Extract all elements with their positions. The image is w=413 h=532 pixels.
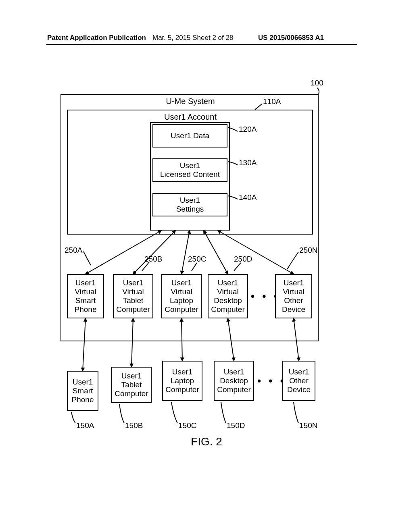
vdc2: Virtual: [217, 287, 239, 296]
header-mid: Mar. 5, 2015 Sheet 2 of 28: [152, 34, 233, 42]
plc3: Computer: [165, 385, 199, 394]
ref-150N: 150N: [299, 421, 317, 430]
vsp1: User1: [75, 278, 96, 287]
virtual-laptop-computer: User1 Virtual Laptop Computer: [161, 274, 202, 318]
pdc2: Desktop: [220, 376, 248, 385]
ptc2: Tablet: [121, 380, 142, 389]
virtual-desktop-computer: User1 Virtual Desktop Computer: [208, 274, 248, 318]
account-title: User1 Account: [150, 112, 231, 122]
ref-250B: 250B: [144, 255, 162, 264]
psp2: Smart: [73, 387, 93, 395]
vsp3: Smart: [75, 296, 96, 305]
ref-150A: 150A: [76, 421, 94, 430]
virtual-smart-phone: User1 Virtual Smart Phone: [67, 274, 104, 318]
ref-150D: 150D: [227, 421, 245, 430]
pdc1: User1: [224, 368, 244, 376]
header-right: US 2015/0066853 A1: [258, 34, 324, 42]
vlc3: Laptop: [170, 296, 193, 305]
ptc1: User1: [121, 372, 142, 380]
ref-130A: 130A: [239, 158, 257, 167]
psp3: Phone: [72, 395, 94, 404]
ref-150C: 150C: [178, 421, 196, 430]
pod2: Other: [289, 376, 309, 385]
vod1: User1: [284, 278, 304, 287]
vlc2: Virtual: [171, 287, 192, 296]
vtc1: User1: [123, 278, 144, 287]
phys-desktop-computer: User1 Desktop Computer: [214, 361, 254, 401]
ref-250C: 250C: [188, 255, 206, 264]
pod3: Device: [287, 385, 311, 394]
pdc3: Computer: [217, 385, 250, 394]
vlc1: User1: [171, 278, 192, 287]
phys-smart-phone: User1 Smart Phone: [67, 371, 98, 411]
pod1: User1: [289, 368, 309, 376]
virtual-other-device: User1 Virtual Other Device: [275, 274, 312, 318]
dots-phys: • • •: [257, 375, 286, 387]
ref-110A: 110A: [263, 97, 281, 106]
header-rule: [46, 44, 357, 45]
vod3: Other: [284, 296, 303, 305]
vsp4: Phone: [75, 305, 97, 314]
vod4: Device: [282, 305, 305, 314]
vdc1: User1: [218, 278, 238, 287]
header-left: Patent Application Publication: [47, 34, 146, 42]
vod2: Virtual: [283, 287, 305, 296]
phys-other-device: User1 Other Device: [282, 361, 315, 401]
psp1: User1: [73, 378, 93, 387]
ref-140A: 140A: [239, 193, 257, 202]
plc2: Laptop: [171, 376, 194, 385]
phys-laptop-computer: User1 Laptop Computer: [162, 361, 202, 401]
vtc4: Computer: [116, 305, 150, 314]
ref-150B: 150B: [125, 421, 143, 430]
plc1: User1: [172, 368, 193, 376]
virtual-tablet-computer: User1 Virtual Tablet Computer: [113, 274, 153, 318]
vdc4: Computer: [211, 305, 244, 314]
ref-120A: 120A: [239, 125, 257, 134]
vdc3: Desktop: [214, 296, 242, 305]
ptc3: Computer: [115, 389, 148, 398]
ref-100: 100: [311, 79, 323, 87]
ref-250N: 250N: [299, 246, 317, 255]
figure-caption: FIG. 2: [0, 435, 413, 448]
phys-tablet-computer: User1 Tablet Computer: [111, 367, 152, 403]
system-title: U-Me System: [150, 97, 231, 106]
page-root: Patent Application Publication Mar. 5, 2…: [0, 0, 413, 532]
vsp2: Virtual: [75, 287, 96, 296]
account-inner-frame: [150, 122, 230, 231]
ref-250A: 250A: [65, 246, 82, 255]
vtc3: Tablet: [123, 296, 144, 305]
vlc4: Computer: [165, 305, 198, 314]
ref-250D: 250D: [234, 255, 252, 264]
vtc2: Virtual: [122, 287, 144, 296]
